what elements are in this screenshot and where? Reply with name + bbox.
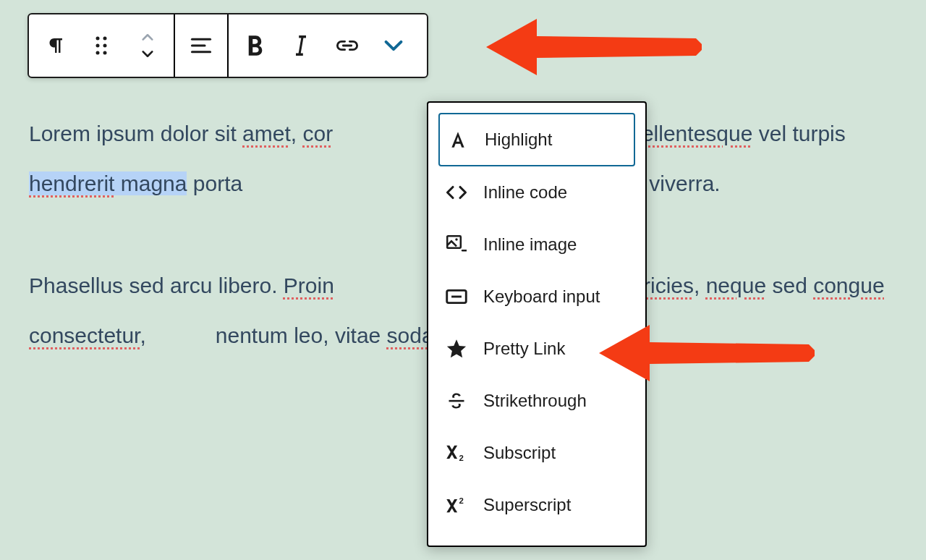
menu-item-inline-image[interactable]: Inline image (428, 219, 645, 271)
menu-item-pretty-link[interactable]: Pretty Link (428, 323, 645, 375)
menu-item-highlight[interactable]: Highlight (438, 113, 635, 166)
image-icon (444, 232, 469, 257)
menu-item-label: Inline code (483, 182, 629, 203)
italic-icon[interactable] (279, 24, 323, 67)
move-updown-icon[interactable] (126, 24, 169, 67)
menu-item-label: Highlight (485, 130, 628, 150)
svg-point-1 (103, 37, 107, 41)
block-toolbar (27, 13, 428, 78)
subscript-icon: 2 (444, 441, 469, 465)
star-icon (444, 336, 469, 361)
svg-point-11 (455, 238, 458, 241)
strikethrough-icon (444, 389, 469, 413)
menu-item-subscript[interactable]: 2 Subscript (428, 427, 645, 479)
svg-marker-18 (486, 19, 702, 75)
svg-point-0 (96, 37, 100, 41)
svg-text:2: 2 (459, 454, 463, 462)
chevron-down-icon[interactable] (372, 24, 422, 67)
menu-item-label: Keyboard input (483, 287, 629, 307)
menu-item-superscript[interactable]: 2 Superscript (428, 479, 645, 531)
keyboard-icon (444, 284, 469, 309)
svg-point-3 (103, 44, 107, 48)
highlight-icon (446, 127, 470, 152)
align-icon[interactable] (179, 24, 223, 67)
link-icon[interactable] (326, 24, 369, 67)
annotation-arrow-top (486, 14, 703, 80)
more-rich-text-menu: Highlight Inline code Inline image (427, 101, 647, 547)
svg-rect-10 (447, 236, 461, 247)
svg-point-5 (103, 51, 107, 55)
menu-item-keyboard[interactable]: Keyboard input (428, 271, 645, 323)
svg-point-2 (96, 44, 100, 48)
svg-rect-15 (449, 400, 464, 402)
menu-item-inline-code[interactable]: Inline code (428, 166, 645, 219)
menu-item-label: Subscript (483, 443, 629, 463)
menu-item-label: Inline image (483, 234, 629, 255)
drag-handle-icon[interactable] (80, 24, 123, 67)
svg-text:2: 2 (459, 496, 463, 505)
code-icon (444, 180, 469, 205)
menu-item-label: Superscript (483, 495, 629, 515)
bold-icon[interactable] (233, 24, 276, 67)
paragraph-icon[interactable] (33, 24, 77, 67)
menu-item-label: Strikethrough (483, 391, 629, 411)
menu-item-strike[interactable]: Strikethrough (428, 375, 645, 427)
superscript-icon: 2 (444, 493, 469, 517)
menu-item-label: Pretty Link (483, 339, 629, 359)
svg-point-4 (96, 51, 100, 55)
